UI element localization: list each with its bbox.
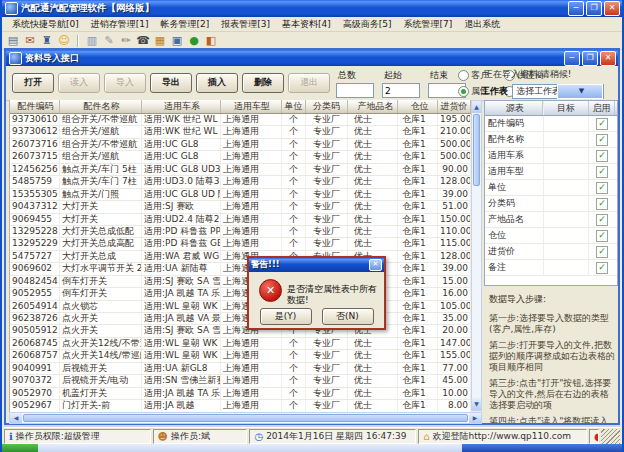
restore-button[interactable]: ❐ <box>586 1 602 16</box>
insert-button[interactable]: 插入 <box>196 73 238 93</box>
scroll-right-icon[interactable]: ▶ <box>469 413 481 423</box>
scroll-down-icon[interactable]: ▼ <box>472 398 481 410</box>
table-row[interactable]: 9040991后视镜开关适用:UA 新GL8上海通用个专业厂优士仓库177.00 <box>10 363 471 375</box>
table-row[interactable]: 90482454倒车灯开关适用:SJ 赛欧 SA 雪佛上海通用个专业厂优士仓库1… <box>10 276 471 288</box>
mapping-row[interactable]: 产地品名✓ <box>485 212 617 228</box>
scroll-up-icon[interactable]: ▲ <box>472 101 481 113</box>
checkbox-checked-icon[interactable]: ✓ <box>596 246 608 258</box>
mapping-row[interactable]: 配件编码✓ <box>485 116 617 132</box>
chevron-down-icon[interactable]: ▼ <box>557 84 603 99</box>
table-row[interactable]: 13295228大灯开关总成低配适用:PD 科鲁兹 PP上海通用个专业厂优士仓库… <box>10 226 471 238</box>
mapping-row[interactable]: 分类码✓ <box>485 196 617 212</box>
scroll-left-icon[interactable]: ◀ <box>10 413 22 423</box>
col-header-code[interactable]: 配件编码 <box>10 100 60 113</box>
checkbox-checked-icon[interactable]: ✓ <box>596 182 608 194</box>
resize-grip[interactable] <box>601 429 620 444</box>
table-row[interactable]: 26073715组合开关/巡航适用:UC GL8上海通用个专业厂优士仓库1500… <box>10 151 471 163</box>
import-minimize-button[interactable]: ─ <box>564 51 580 66</box>
checkbox-checked-icon[interactable]: ✓ <box>596 118 608 130</box>
col-header-name[interactable]: 配件名称 <box>60 100 142 113</box>
table-row[interactable]: 9052955倒车灯开关适用:JA 凯越 TA 乐上海通用个专业厂优士仓库116… <box>10 288 471 300</box>
table-row[interactable]: 12456256触点开关/车门 5柱适用:UC GL8 UD3.0上海通用个专业… <box>10 164 471 176</box>
vertical-scrollbar[interactable]: ▲ ▼ <box>471 100 482 411</box>
table-row[interactable]: 93730612组合开关/巡航适用:WK 世纪 WL 皇上海通用个专业厂优士仓库… <box>10 126 471 138</box>
checkbox-checked-icon[interactable]: ✓ <box>596 166 608 178</box>
menu-item-2[interactable]: 帐务管理[2] <box>155 18 216 31</box>
mapping-target-cell[interactable] <box>543 260 589 275</box>
menu-item-5[interactable]: 高级商务[5] <box>337 18 398 31</box>
minimize-button[interactable]: ─ <box>568 1 584 16</box>
table-row[interactable]: 13295229大灯开关总成高配适用:PD 科鲁兹 GB上海通用个专业厂优士仓库… <box>10 238 471 250</box>
checkbox-checked-icon[interactable]: ✓ <box>596 150 608 162</box>
menu-item-7[interactable]: 退出系统 <box>458 18 506 31</box>
open-button[interactable]: 打开 <box>12 73 54 93</box>
mapping-row[interactable]: 单位✓ <box>485 180 617 196</box>
pen-icon[interactable]: ✏ <box>119 34 133 48</box>
table-row[interactable]: 90437312大灯开关适用:SJ 赛欧上海通用个专业厂优士仓库151.00 <box>10 201 471 213</box>
document-icon[interactable]: ▥ <box>85 34 99 48</box>
col-header-model[interactable]: 适用车型 <box>221 100 282 113</box>
mapping-target-cell[interactable] <box>543 164 589 179</box>
checkbox-checked-icon[interactable]: ✓ <box>596 214 608 226</box>
delete-button[interactable]: 删除 <box>242 73 284 93</box>
menu-item-3[interactable]: 报表管理[3] <box>215 18 276 31</box>
col-header-origin[interactable]: 产地品名 <box>348 100 398 113</box>
import-close-button[interactable]: ✕ <box>600 51 616 66</box>
close-button[interactable]: ✕ <box>604 1 620 16</box>
mapping-row[interactable]: 进货价✓ <box>485 244 617 260</box>
menu-item-4[interactable]: 基本资料[4] <box>276 18 337 31</box>
mapping-target-cell[interactable] <box>543 212 589 227</box>
mapping-target-cell[interactable] <box>543 148 589 163</box>
mapping-row[interactable]: 配件名称✓ <box>485 132 617 148</box>
table-row[interactable]: 96238726点火开关适用:JA 凯越 VA 景上海通用个专业厂优士仓库135… <box>10 313 471 325</box>
phone-icon[interactable]: ☎ <box>136 34 150 48</box>
globe-icon[interactable]: ● <box>187 34 201 48</box>
map-header-enable[interactable]: 启用 <box>589 101 615 115</box>
start-input[interactable] <box>382 83 420 98</box>
menu-item-6[interactable]: 系统管理[7] <box>398 18 459 31</box>
checkbox-checked-icon[interactable]: ✓ <box>596 262 608 274</box>
mapping-target-cell[interactable] <box>543 116 589 131</box>
smiley-icon[interactable]: ☺ <box>57 34 71 48</box>
cassette-icon[interactable]: ▣ <box>170 34 184 48</box>
table-row[interactable]: 26068745点火开关12线/不带巡航适用:WL 皇朝 WK 世上海通用个专业… <box>10 338 471 350</box>
table-row[interactable]: 93730610组合开关/不带巡航适用:WK 世纪 WL 皇上海通用个专业厂优士… <box>10 114 471 126</box>
menu-item-0[interactable]: 系统快捷导航[0] <box>6 18 85 31</box>
mapping-row[interactable]: 仓位✓ <box>485 228 617 244</box>
mapping-target-cell[interactable] <box>543 196 589 211</box>
start-button-edge[interactable] <box>2 444 38 452</box>
table-row[interactable]: 9052967门灯开关-前适用:JA 凯越上海通用个专业厂优士仓库18.00 <box>10 400 471 412</box>
mapping-row[interactable]: 备注✓ <box>485 260 617 276</box>
card-icon[interactable]: ▦ <box>153 34 167 48</box>
printer-icon[interactable]: ▤ <box>6 34 20 48</box>
map-header-target[interactable]: 目标 <box>543 101 589 115</box>
table-row[interactable]: 26054914点火锁芯适用:WL 皇朝 WK 世上海通用个专业厂优士仓库110… <box>10 301 471 313</box>
mapping-row[interactable]: 适用车系✓ <box>485 148 617 164</box>
col-header-unit[interactable]: 单位 <box>282 100 306 113</box>
checkbox-checked-icon[interactable]: ✓ <box>596 230 608 242</box>
dialog-close-icon[interactable]: ✕ <box>369 259 382 271</box>
checkbox-checked-icon[interactable]: ✓ <box>596 134 608 146</box>
mapping-target-cell[interactable] <box>543 244 589 259</box>
exit-icon[interactable]: ◧ <box>204 34 218 48</box>
table-row[interactable]: 15355305触点开关/门照适用:UC GL8 UD 陆上海通用个专业厂优士仓… <box>10 189 471 201</box>
table-row[interactable]: 26073716组合开关/不带巡航适用:UC GL8上海通用个专业厂优士仓库15… <box>10 139 471 151</box>
col-header-class[interactable]: 分类码 <box>306 100 348 113</box>
import-restore-button[interactable]: ❐ <box>582 51 598 66</box>
mail-icon[interactable]: ✉ <box>23 34 37 48</box>
col-header-price[interactable]: 进货价 <box>438 100 471 113</box>
col-header-location[interactable]: 仓位 <box>398 100 438 113</box>
export-button[interactable]: 导出 <box>150 73 192 93</box>
map-header-source[interactable]: 源表 <box>485 101 543 115</box>
table-row[interactable]: 5485759触点开关/车门 7柱适用:UD3.0 陆尊3.0上海通用个专业厂优… <box>10 176 471 188</box>
checkbox-checked-icon[interactable]: ✓ <box>596 198 608 210</box>
mapping-target-cell[interactable] <box>543 228 589 243</box>
bank-icon[interactable]: ♜ <box>40 34 54 48</box>
table-row[interactable]: 26068757点火开关14线/带巡航适用:WL 皇朝 WK 世上海通用个专业厂… <box>10 350 471 362</box>
horizontal-scrollbar[interactable]: ◀ ▶ <box>9 412 482 424</box>
table-row[interactable]: 5475727大灯开关总成适用:WA 君威 WG上海通用个专业厂优士仓库1128… <box>10 251 471 263</box>
yes-button[interactable]: 是(Y) <box>260 308 312 325</box>
no-button[interactable]: 否(N) <box>322 308 374 325</box>
mapping-target-cell[interactable] <box>543 132 589 147</box>
total-input[interactable] <box>336 83 374 98</box>
